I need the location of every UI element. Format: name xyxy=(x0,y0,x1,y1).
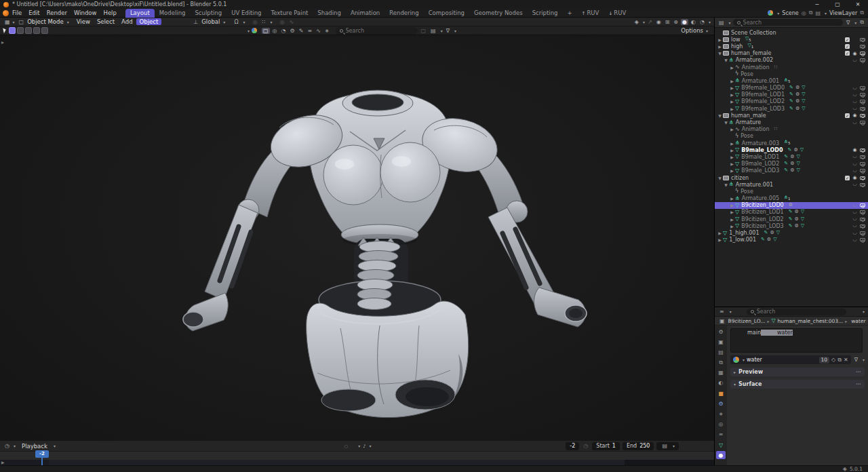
outliner-editor-caret-icon[interactable]: ▾ xyxy=(729,20,731,25)
properties-search[interactable] xyxy=(747,309,846,315)
audio-sync-icon[interactable]: ♪ xyxy=(361,444,366,449)
eye-open-icon[interactable]: ◉ xyxy=(852,175,856,180)
cam-wrap[interactable] xyxy=(859,86,866,90)
tab-output[interactable]: ▤ xyxy=(716,348,726,356)
eye-wrap[interactable]: ◡ xyxy=(851,237,859,243)
select-mode-extend-button[interactable] xyxy=(17,27,24,34)
collapse-icon[interactable]: ▼ xyxy=(717,113,723,118)
eye-wrap[interactable]: ◡ xyxy=(851,231,859,236)
auto-keyframe-button[interactable]: ○ xyxy=(343,444,349,449)
workspace-tab-ruv-0[interactable]: ↑RUV xyxy=(577,9,604,18)
select-mode-intersect-button[interactable] xyxy=(41,27,48,34)
timeline-editor-icon[interactable]: ◷ xyxy=(3,443,11,449)
scene-selector[interactable]: Scene xyxy=(782,10,798,16)
unlink-material-icon[interactable]: ✕ xyxy=(844,357,848,363)
outliner-row[interactable]: ▶⋔Armature.005⋔1 xyxy=(715,195,868,202)
eye-closed-icon[interactable]: ◡ xyxy=(852,230,856,235)
eye-wrap[interactable]: ◡ xyxy=(851,216,859,222)
expand-icon[interactable]: ▶ xyxy=(717,37,723,42)
expand-icon[interactable]: ▶ xyxy=(729,155,735,159)
material-slot[interactable]: water xyxy=(761,330,793,336)
outliner-row[interactable]: ▶▽B9female_LOD2✎⚙▽◡ xyxy=(715,98,868,105)
duplicate-material-icon[interactable]: ⧉ xyxy=(837,357,842,363)
camera-icon[interactable] xyxy=(860,86,865,90)
outliner-row[interactable]: ▶▽B9female_LOD3✎⚙▽◡ xyxy=(715,105,868,112)
outliner-search[interactable] xyxy=(733,19,843,26)
visibility-curve-icon[interactable]: ◎ xyxy=(271,28,279,34)
gizmo-icon[interactable]: ◈ xyxy=(633,19,640,25)
playback-caret-icon[interactable]: ▾ xyxy=(54,444,56,448)
camera-icon[interactable] xyxy=(860,183,865,186)
checkbox-wrap[interactable]: ✓ xyxy=(844,176,851,180)
camera-icon[interactable] xyxy=(860,238,865,241)
expand-icon[interactable]: ▶ xyxy=(729,99,735,104)
checkbox-wrap[interactable]: ✓ xyxy=(844,44,851,49)
viewport-menu-object[interactable]: Object xyxy=(136,18,162,25)
tab-scene[interactable]: ▦ xyxy=(716,369,726,377)
bookmark-icon[interactable]: ▢ xyxy=(420,28,428,34)
visibility-light-icon[interactable]: ≡ xyxy=(306,28,313,34)
maximize-button[interactable]: ▢ xyxy=(827,0,848,9)
material-users-count[interactable]: 10 xyxy=(819,357,830,363)
workspace-tab-uv-editing[interactable]: UV Editing xyxy=(226,9,266,18)
cam-wrap[interactable] xyxy=(859,52,866,55)
workspace-tab-compositing[interactable]: Compositing xyxy=(424,9,469,18)
visibility-camera-icon[interactable]: ∿ xyxy=(315,28,322,34)
camera-icon[interactable] xyxy=(860,121,865,124)
cam-wrap[interactable] xyxy=(859,176,866,180)
cam-wrap[interactable] xyxy=(859,121,866,124)
eye-wrap[interactable]: ◡ xyxy=(851,58,859,63)
outliner-row[interactable]: ▼citizen✓◉ xyxy=(715,174,868,181)
eye-closed-icon[interactable]: ◡ xyxy=(852,119,856,125)
audio-sync-caret-icon[interactable]: ▾ xyxy=(369,444,371,448)
cam-wrap[interactable] xyxy=(859,107,866,111)
eye-wrap[interactable]: ◡ xyxy=(851,99,859,104)
fly-icon[interactable]: ↗ xyxy=(646,19,654,25)
cam-wrap[interactable] xyxy=(859,45,866,48)
camera-icon[interactable] xyxy=(860,210,865,214)
workspace-tab-animation[interactable]: Animation xyxy=(346,9,384,18)
outliner-row[interactable]: ▼human_male✓◉ xyxy=(715,112,868,119)
expand-icon[interactable]: ▶ xyxy=(729,148,735,153)
camera-icon[interactable] xyxy=(860,100,865,103)
eye-closed-icon[interactable]: ◡ xyxy=(852,153,856,159)
collapse-icon[interactable]: ▼ xyxy=(723,58,729,62)
new-collection-icon[interactable]: ⧉ xyxy=(859,19,865,26)
eye-wrap[interactable]: ◡ xyxy=(851,203,859,208)
eye-wrap[interactable]: ◉ xyxy=(851,113,859,118)
outliner-row[interactable]: ▶∿Animation∷ xyxy=(715,64,868,71)
cam-wrap[interactable] xyxy=(859,224,866,228)
eye-closed-icon[interactable]: ◡ xyxy=(852,85,856,90)
visibility-armature-icon[interactable]: ⚙ xyxy=(289,28,296,34)
filter-funnel-caret-icon[interactable]: ▾ xyxy=(454,28,456,33)
expand-icon[interactable]: ▶ xyxy=(729,92,735,97)
workspace-tab-geometry-nodes[interactable]: Geometry Nodes xyxy=(469,9,528,18)
frame-step-caret-icon[interactable]: ▾ xyxy=(358,444,360,448)
preview-range-clock-icon[interactable]: ◷ xyxy=(582,443,589,449)
outliner-row[interactable]: ▼⋔Armature.002◡ xyxy=(715,57,868,64)
cam-wrap[interactable] xyxy=(859,149,866,152)
shading-caret[interactable]: ▾ xyxy=(709,20,711,24)
new-view-layer-icon[interactable]: ⧉ xyxy=(860,9,864,16)
options-menu[interactable]: Options xyxy=(681,27,703,34)
material-name[interactable]: water xyxy=(747,357,816,363)
preview-panel-header[interactable]: ▸Preview ⋯ xyxy=(730,368,865,376)
filter-caret-icon[interactable]: ▾ xyxy=(248,28,250,33)
outliner-row[interactable]: ▼⋔Armature.001◡ xyxy=(715,181,868,188)
outliner-row[interactable]: ϟPose xyxy=(715,133,868,140)
current-frame-field[interactable]: -2 xyxy=(566,442,579,450)
outliner-row[interactable]: ▶▽B9citizen_LOD0⚙◡ xyxy=(715,202,868,209)
select-mode-invert-button[interactable] xyxy=(33,27,40,34)
menu-edit[interactable]: Edit xyxy=(25,9,43,18)
properties-search-input[interactable] xyxy=(757,309,804,315)
cam-wrap[interactable] xyxy=(859,100,866,103)
eye-wrap[interactable]: ◡ xyxy=(851,154,859,159)
scene-caret-icon[interactable]: ▾ xyxy=(777,11,779,16)
add-workspace-button[interactable]: + xyxy=(562,9,576,18)
cam-wrap[interactable] xyxy=(859,210,866,214)
camera-icon[interactable] xyxy=(860,38,865,41)
eye-wrap[interactable]: ◡ xyxy=(851,161,859,167)
camera-icon[interactable] xyxy=(860,231,865,235)
workspace-tab-layout[interactable]: Layout xyxy=(125,9,155,18)
shading-solid-icon[interactable]: ● xyxy=(681,19,688,25)
